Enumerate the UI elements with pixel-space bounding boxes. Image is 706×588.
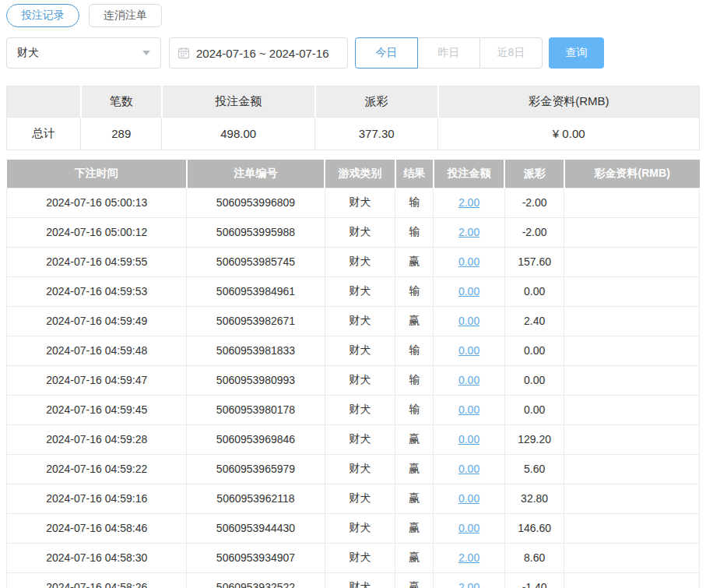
table-row: 2024-07-16 04:59:47 5060953980993 财犬 输 0… [7,365,700,395]
game-type-cell: 财犬 [325,513,395,543]
table-row: 2024-07-16 04:58:46 5060953944430 财犬 赢 0… [7,513,700,543]
game-select[interactable]: 财犬 [6,37,161,69]
summary-header-payout: 派彩 [315,86,438,118]
summary-total-label: 总计 [7,118,81,150]
tab-betting-records[interactable]: 投注记录 [6,4,79,27]
bet-table-body: 2024-07-16 05:00:13 5060953996809 财犬 输 2… [7,188,700,588]
bet-amount-link[interactable]: 2.00 [458,551,479,564]
bonus-cell [564,217,700,247]
bonus-cell [564,188,700,217]
result-cell: 输 [395,217,434,247]
bonus-cell [564,572,700,588]
result-cell: 输 [395,365,434,395]
bet-time-cell: 2024-07-16 04:58:46 [7,513,187,543]
summary-total-bonus: ¥ 0.00 [438,118,700,150]
bet-amount-link[interactable]: 0.00 [458,463,479,475]
summary-total-row: 总计 289 498.00 377.30 ¥ 0.00 [7,118,700,150]
summary-header-bonus: 彩金资料(RMB) [438,86,700,118]
bet-time-cell: 2024-07-16 04:59:22 [7,454,187,484]
result-cell: 输 [395,188,434,217]
order-number-cell: 5060953944430 [187,513,325,543]
range-yesterday-button[interactable]: 昨日 [417,37,480,69]
order-number-cell: 5060953962118 [187,484,325,513]
bet-amount-link[interactable]: 0.00 [458,315,479,327]
result-cell: 输 [395,276,434,306]
result-cell: 赢 [395,484,434,513]
bet-amount-link[interactable]: 0.00 [458,374,479,386]
summary-total-payout: 377.30 [315,118,438,150]
bet-amount-link[interactable]: 0.00 [458,344,479,357]
bet-amount-link[interactable]: 2.00 [458,226,479,238]
bet-amount-link[interactable]: 2.00 [458,196,479,209]
bet-amount-link[interactable]: 0.00 [458,492,479,505]
order-number-cell: 5060953996809 [187,188,325,217]
bet-amount-link[interactable]: 0.00 [458,433,479,445]
payout-cell: 157.60 [504,247,564,276]
header-payout: 派彩 [504,160,564,188]
tab-bar: 投注记录 连消注单 [6,4,700,27]
table-row: 2024-07-16 04:59:28 5060953969846 财犬 赢 0… [7,424,700,454]
bet-time-cell: 2024-07-16 04:59:53 [7,276,187,306]
result-cell: 赢 [395,572,434,588]
table-row: 2024-07-16 04:59:55 5060953985745 财犬 赢 0… [7,247,700,276]
quick-range-group: 今日 昨日 近8日 [355,37,543,69]
bet-amount-link[interactable]: 0.00 [458,285,479,298]
result-cell: 赢 [395,513,434,543]
tab-cancelled-orders[interactable]: 连消注单 [89,4,162,27]
bet-amount-link[interactable]: 0.00 [458,255,479,268]
bonus-cell [564,513,700,543]
table-row: 2024-07-16 04:59:53 5060953984961 财犬 输 0… [7,276,700,306]
range-last8days-button[interactable]: 近8日 [479,37,543,69]
summary-total-bet-amount: 498.00 [162,118,315,150]
bet-time-cell: 2024-07-16 04:59:55 [7,247,187,276]
bet-time-cell: 2024-07-16 04:59:45 [7,395,187,424]
payout-cell: 0.00 [504,336,564,365]
order-number-cell: 5060953965979 [187,454,325,484]
bet-time-cell: 2024-07-16 05:00:12 [7,217,187,247]
table-row: 2024-07-16 04:58:30 5060953934907 财犬 赢 2… [7,543,700,572]
bet-time-cell: 2024-07-16 04:59:16 [7,484,187,513]
bet-time-cell: 2024-07-16 05:00:13 [7,188,187,217]
payout-cell: 129.20 [504,424,564,454]
result-cell: 输 [395,336,434,365]
range-today-button[interactable]: 今日 [355,37,418,69]
bonus-cell [564,365,700,395]
result-cell: 输 [395,395,434,424]
game-type-cell: 财犬 [325,543,395,572]
bet-amount-link[interactable]: 0.00 [458,522,479,534]
query-button[interactable]: 查询 [549,37,604,69]
summary-header-row: 笔数 投注金额 派彩 彩金资料(RMB) [7,86,700,118]
bet-amount-link[interactable]: 2.00 [458,581,479,588]
bet-amount-cell: 0.00 [434,276,505,306]
game-type-cell: 财犬 [325,454,395,484]
bonus-cell [564,336,700,365]
bet-amount-link[interactable]: 0.00 [458,403,479,416]
table-row: 2024-07-16 05:00:13 5060953996809 财犬 输 2… [7,188,700,217]
table-row: 2024-07-16 04:59:22 5060953965979 财犬 赢 0… [7,454,700,484]
bet-amount-cell: 2.00 [434,217,505,247]
bet-amount-cell: 0.00 [434,424,505,454]
payout-cell: 146.60 [504,513,564,543]
payout-cell: 8.60 [504,543,564,572]
order-number-cell: 5060953985745 [187,247,325,276]
bonus-cell [564,247,700,276]
header-bet-amount: 投注金额 [434,160,505,188]
game-type-cell: 财犬 [325,188,395,217]
bet-amount-cell: 0.00 [434,484,505,513]
bonus-cell [564,454,700,484]
order-number-cell: 5060953932522 [187,572,325,588]
summary-header-empty [7,86,81,118]
payout-cell: 0.00 [504,276,564,306]
table-row: 2024-07-16 05:00:12 5060953995988 财犬 输 2… [7,217,700,247]
payout-cell: 5.60 [504,454,564,484]
game-select-value: 财犬 [17,46,39,60]
bet-amount-cell: 0.00 [434,336,505,365]
bet-amount-cell: 0.00 [434,247,505,276]
calendar-icon [177,47,190,59]
game-type-cell: 财犬 [325,306,395,336]
game-type-cell: 财犬 [325,365,395,395]
date-range-input[interactable]: 2024-07-16 ~ 2024-07-16 [169,37,348,69]
result-cell: 赢 [395,424,434,454]
bonus-cell [564,306,700,336]
bet-amount-cell: 0.00 [434,306,505,336]
